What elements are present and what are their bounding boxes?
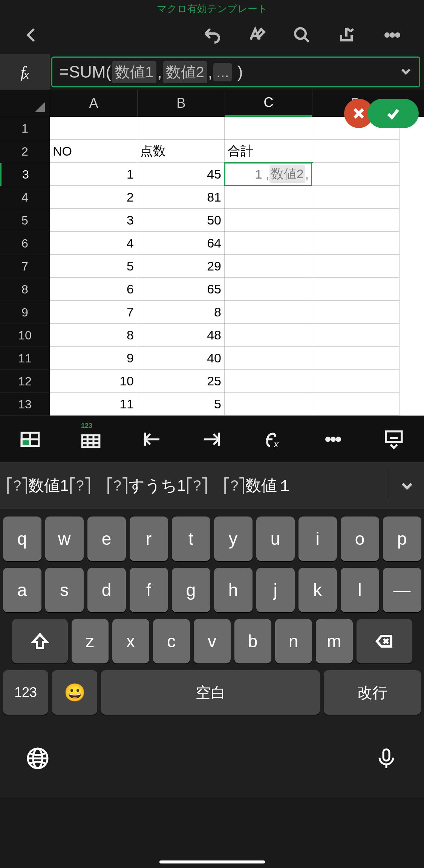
cell-D4[interactable] <box>312 186 400 209</box>
key-j[interactable]: j <box>256 568 295 612</box>
cell-A6[interactable]: 4 <box>50 232 137 255</box>
cell-C4[interactable] <box>225 186 312 209</box>
undo-button[interactable] <box>189 20 234 50</box>
key-q[interactable]: q <box>3 517 41 561</box>
key-k[interactable]: k <box>298 568 337 612</box>
cell-A10[interactable]: 8 <box>50 324 137 347</box>
row-header[interactable]: 8 <box>0 278 50 301</box>
suggestion-2[interactable]: ⎡?⎤すうち1⎡?⎤ <box>106 475 208 496</box>
key-i[interactable]: i <box>298 517 337 561</box>
cell-B1[interactable] <box>137 117 225 140</box>
cell-D5[interactable] <box>312 209 400 232</box>
cell-D2[interactable] <box>312 140 400 163</box>
back-button[interactable] <box>9 20 54 50</box>
key-n[interactable]: n <box>275 619 312 663</box>
cell-B4[interactable]: 81 <box>137 186 225 209</box>
row-header[interactable]: 9 <box>0 301 50 324</box>
move-left-button[interactable] <box>121 416 182 462</box>
cell-B5[interactable]: 50 <box>137 209 225 232</box>
dictation-key[interactable] <box>374 746 398 772</box>
formula-input[interactable]: =SUM( 数値1 , 数値2 , ... ) <box>51 57 420 87</box>
key-y[interactable]: y <box>214 517 253 561</box>
cell-C11[interactable] <box>225 347 312 370</box>
share-button[interactable] <box>325 20 370 50</box>
column-header-A[interactable]: A <box>50 90 137 117</box>
dismiss-keyboard-button[interactable] <box>363 416 424 462</box>
cell-D9[interactable] <box>312 301 400 324</box>
row-header[interactable]: 11 <box>0 347 50 370</box>
row-header[interactable]: 3 <box>0 163 50 186</box>
cell-B6[interactable]: 64 <box>137 232 225 255</box>
key-b[interactable]: b <box>234 619 271 663</box>
cell-A7[interactable]: 5 <box>50 255 137 278</box>
key-e[interactable]: e <box>87 517 126 561</box>
cell-D12[interactable] <box>312 370 400 393</box>
confirm-button[interactable] <box>367 99 419 128</box>
column-header-C[interactable]: C <box>225 90 312 117</box>
suggestion-1[interactable]: ⎡?⎤数値1⎡?⎤ <box>6 475 91 496</box>
key-u[interactable]: u <box>256 517 295 561</box>
emoji-key[interactable]: 😀 <box>52 670 97 715</box>
cell-C9[interactable] <box>225 301 312 324</box>
backspace-key[interactable] <box>357 619 412 663</box>
key-r[interactable]: r <box>130 517 168 561</box>
cell-C1[interactable] <box>225 117 312 140</box>
row-header[interactable]: 10 <box>0 324 50 347</box>
cell-C12[interactable] <box>225 370 312 393</box>
cell-B8[interactable]: 65 <box>137 278 225 301</box>
formula-dropdown-icon[interactable] <box>400 63 412 81</box>
row-header[interactable]: 13 <box>0 393 50 416</box>
cell-A5[interactable]: 3 <box>50 209 137 232</box>
cell-D3[interactable] <box>312 163 400 186</box>
key-l[interactable]: l <box>341 568 379 612</box>
cell-A8[interactable]: 6 <box>50 278 137 301</box>
key-p[interactable]: p <box>383 517 421 561</box>
key-c[interactable]: c <box>153 619 190 663</box>
cell-B9[interactable]: 8 <box>137 301 225 324</box>
row-header[interactable]: 6 <box>0 232 50 255</box>
cell-C6[interactable] <box>225 232 312 255</box>
cell-A1[interactable] <box>50 117 137 140</box>
cell-D13[interactable] <box>312 393 400 416</box>
home-indicator[interactable] <box>159 860 265 863</box>
key-v[interactable]: v <box>194 619 231 663</box>
search-button[interactable] <box>279 20 325 50</box>
key-f[interactable]: f <box>130 568 168 612</box>
cell-A13[interactable]: 11 <box>50 393 137 416</box>
shift-key[interactable] <box>12 619 68 663</box>
key-d[interactable]: d <box>87 568 126 612</box>
cell-D8[interactable] <box>312 278 400 301</box>
cell-A11[interactable]: 9 <box>50 347 137 370</box>
move-right-button[interactable] <box>182 416 242 462</box>
cell-D7[interactable] <box>312 255 400 278</box>
cell-A4[interactable]: 2 <box>50 186 137 209</box>
cell-C10[interactable] <box>225 324 312 347</box>
return-key[interactable]: 改行 <box>324 670 421 715</box>
key-a[interactable]: a <box>3 568 41 612</box>
key-—[interactable]: — <box>383 568 421 612</box>
cell-C5[interactable] <box>225 209 312 232</box>
row-header[interactable]: 5 <box>0 209 50 232</box>
numeric-mode-key[interactable]: 123 <box>3 670 48 715</box>
cell-A3[interactable]: 1 <box>50 163 137 186</box>
cell-A2[interactable]: NO <box>50 140 137 163</box>
row-header[interactable]: 1 <box>0 117 50 140</box>
key-t[interactable]: t <box>172 517 210 561</box>
font-format-button[interactable] <box>234 20 279 50</box>
cell-C3[interactable]: 1 , 数値2 , <box>225 163 312 186</box>
key-m[interactable]: m <box>316 619 353 663</box>
cell-D10[interactable] <box>312 324 400 347</box>
cell-B12[interactable]: 25 <box>137 370 225 393</box>
key-w[interactable]: w <box>45 517 84 561</box>
space-key[interactable]: 空白 <box>101 670 320 715</box>
cell-B7[interactable]: 29 <box>137 255 225 278</box>
row-header[interactable]: 12 <box>0 370 50 393</box>
more-button[interactable] <box>370 20 415 50</box>
cell-D11[interactable] <box>312 347 400 370</box>
globe-key[interactable] <box>26 746 50 772</box>
numeric-keyboard-button[interactable]: 123 <box>61 416 121 462</box>
cell-B2[interactable]: 点数 <box>137 140 225 163</box>
cell-C13[interactable] <box>225 393 312 416</box>
cell-C7[interactable] <box>225 255 312 278</box>
cell-C2[interactable]: 合計 <box>225 140 312 163</box>
